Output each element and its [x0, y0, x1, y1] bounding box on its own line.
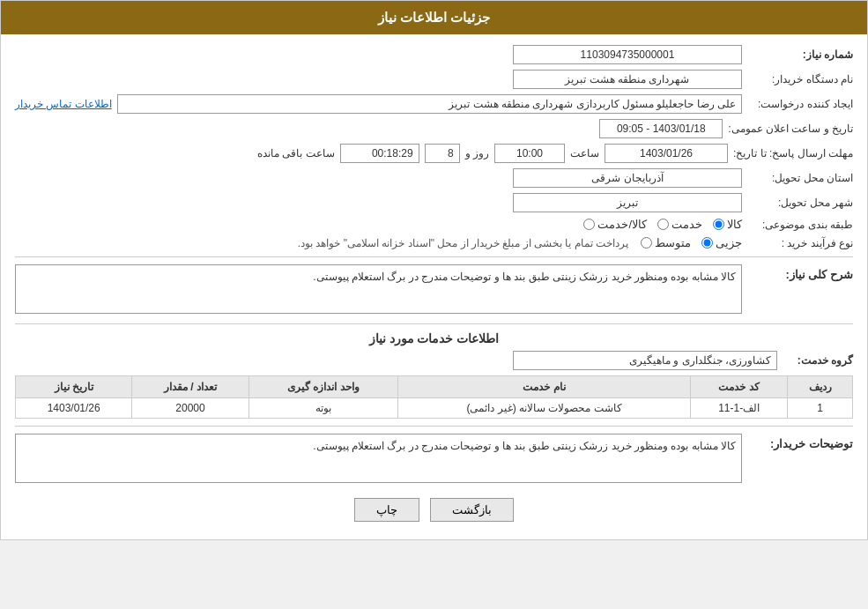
radio-service[interactable]: خدمت [657, 218, 702, 231]
radio-goods-input[interactable] [713, 219, 724, 230]
col-date: تاریخ نیاز [16, 376, 132, 398]
page-title: جزئیات اطلاعات نیاز [378, 10, 490, 25]
need-number-label: شماره نیاز: [747, 48, 853, 61]
radio-goods-service-label: کالا/خدمت [597, 218, 647, 231]
table-cell-5: 1403/01/26 [16, 398, 132, 419]
category-radio-group: کالا/خدمت خدمت کالا [583, 218, 742, 231]
table-cell-0: 1 [788, 398, 853, 419]
buyer-notes-row: توضیحات خریدار: [15, 434, 853, 486]
service-group-label: گروه خدمت: [783, 354, 853, 367]
radio-partial-label: جزیی [716, 236, 742, 249]
buyer-notes-textarea [15, 434, 742, 483]
purchase-type-row: نوع فرآیند خرید : متوسط جزیی پرداخت تمام… [15, 236, 853, 249]
main-form: شماره نیاز: 1103094735000001 نام دستگاه … [1, 34, 867, 539]
table-row: 1الف-1-11کاشت محصولات سالانه (غیر دائمی)… [16, 398, 853, 419]
col-quantity: تعداد / مقدار [132, 376, 249, 398]
province-row: استان محل تحویل: آذربایجان شرقی [15, 168, 853, 188]
remaining-label: ساعت باقی مانده [257, 147, 335, 160]
buyer-notes-label: توضیحات خریدار: [747, 434, 853, 450]
purchase-type-label: نوع فرآیند خرید : [747, 237, 853, 249]
response-deadline-row: مهلت ارسال پاسخ: تا تاریخ: 1403/01/26 سا… [15, 144, 853, 163]
response-days: 8 [425, 144, 460, 163]
need-description-row: شرح کلی نیاز: [15, 264, 853, 316]
buttons-row: بازگشت چاپ [15, 498, 853, 522]
requester-link[interactable]: اطلاعات تماس خریدار [15, 98, 112, 110]
province-label: استان محل تحویل: [747, 172, 853, 184]
radio-service-label: خدمت [671, 218, 702, 231]
need-description-textarea [15, 264, 742, 314]
table-cell-3: بوته [249, 398, 397, 419]
col-name: نام خدمت [398, 376, 691, 398]
purchase-type-text: پرداخت تمام یا بخشی از مبلغ خریدار از مح… [298, 237, 628, 249]
table-cell-2: کاشت محصولات سالانه (غیر دائمی) [398, 398, 691, 419]
need-number-row: شماره نیاز: 1103094735000001 [15, 45, 853, 64]
divider-3 [15, 426, 853, 427]
requester-row: ایجاد کننده درخواست: علی رضا حاجعلیلو مس… [15, 94, 853, 114]
services-title: اطلاعات خدمات مورد نیاز [15, 331, 853, 345]
response-deadline-label: مهلت ارسال پاسخ: تا تاریخ: [733, 147, 853, 160]
requester-value: علی رضا حاجعلیلو مسئول کاربردازی شهرداری… [117, 94, 742, 114]
category-label: طبقه بندی موضوعی: [747, 219, 853, 231]
announce-date-value: 1403/01/18 - 09:05 [599, 119, 723, 138]
org-name-value: شهرداری منطقه هشت تبریز [513, 70, 742, 89]
city-value: تبریز [513, 193, 742, 212]
category-row: طبقه بندی موضوعی: کالا/خدمت خدمت کالا [15, 218, 853, 231]
services-table: ردیف کد خدمت نام خدمت واحد اندازه گیری ت… [15, 375, 853, 419]
radio-medium[interactable]: متوسط [641, 236, 691, 249]
response-days-label: روز و [465, 147, 489, 160]
divider-1 [15, 256, 853, 257]
table-cell-4: 20000 [132, 398, 249, 419]
services-section: اطلاعات خدمات مورد نیاز گروه خدمت: کشاور… [15, 331, 853, 419]
radio-medium-label: متوسط [655, 236, 691, 249]
announce-date-label: تاریخ و ساعت اعلان عمومی: [728, 123, 853, 135]
divider-2 [15, 323, 853, 324]
col-unit: واحد اندازه گیری [249, 376, 397, 398]
announce-date-row: تاریخ و ساعت اعلان عمومی: 1403/01/18 - 0… [15, 119, 853, 138]
need-number-value: 1103094735000001 [513, 45, 742, 64]
province-value: آذربایجان شرقی [513, 168, 742, 188]
need-description-content [15, 264, 742, 316]
back-button[interactable]: بازگشت [430, 498, 514, 522]
col-row: ردیف [788, 376, 853, 398]
city-row: شهر محل تحویل: تبریز [15, 193, 853, 212]
service-group-row: گروه خدمت: کشاورزی، جنگلداری و ماهیگیری [15, 351, 853, 370]
radio-goods-service-input[interactable] [583, 219, 595, 230]
page-header: جزئیات اطلاعات نیاز [1, 1, 867, 34]
table-cell-1: الف-1-11 [691, 398, 788, 419]
remaining-time: 00:18:29 [340, 144, 419, 163]
org-name-label: نام دستگاه خریدار: [747, 73, 853, 85]
radio-goods[interactable]: کالا [713, 218, 742, 231]
buyer-notes-content [15, 434, 742, 486]
print-button[interactable]: چاپ [354, 498, 419, 522]
col-code: کد خدمت [691, 376, 788, 398]
response-date: 1403/01/26 [605, 144, 728, 163]
service-group-value: کشاورزی، جنگلداری و ماهیگیری [513, 351, 777, 370]
radio-partial[interactable]: جزیی [701, 236, 742, 249]
radio-partial-input[interactable] [701, 237, 713, 249]
page-container: جزئیات اطلاعات نیاز شماره نیاز: 11030947… [0, 0, 868, 540]
radio-goods-service[interactable]: کالا/خدمت [583, 218, 647, 231]
city-label: شهر محل تحویل: [747, 197, 853, 209]
radio-service-input[interactable] [657, 219, 669, 230]
need-description-label: شرح کلی نیاز: [747, 264, 853, 281]
org-name-row: نام دستگاه خریدار: شهرداری منطقه هشت تبر… [15, 70, 853, 89]
response-time: 10:00 [494, 144, 565, 163]
purchase-type-radio-group: متوسط جزیی [641, 236, 742, 249]
radio-goods-label: کالا [727, 218, 742, 231]
requester-label: ایجاد کننده درخواست: [747, 98, 853, 110]
radio-medium-input[interactable] [641, 237, 652, 249]
response-time-label: ساعت [570, 147, 599, 160]
